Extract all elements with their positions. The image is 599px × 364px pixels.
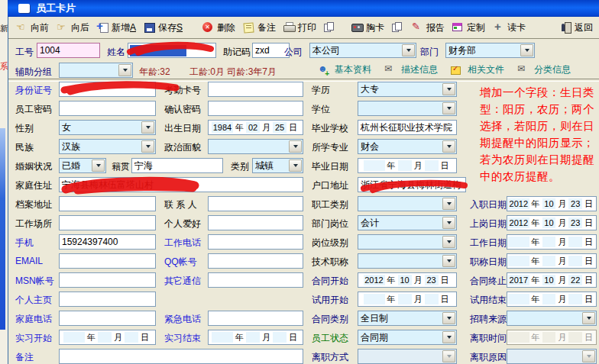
window-title: 员工卡片 [36,2,76,15]
field-contact_person[interactable] [208,196,303,211]
field-onboard_date[interactable]: 2012年10月23日 [507,215,597,230]
field-work_date[interactable]: 年月日 [507,234,597,250]
field-ethnicity[interactable]: 汉族 [59,139,156,154]
toolbar-print-button[interactable]: 打印 [280,20,319,36]
field-att_card[interactable] [208,82,303,97]
toolbar-print-preview-button[interactable] [321,21,339,34]
dropdown-arrow-button[interactable] [442,140,455,153]
field-contract_type[interactable]: 全日制 [358,311,457,326]
dropdown-arrow-button[interactable] [520,44,533,56]
field-trial_end[interactable]: 年月日 [507,292,597,307]
toolbar-read-card-button[interactable]: 读卡 [490,20,529,36]
field-emp_status[interactable]: 合同期 [358,330,457,345]
field-contract_start[interactable]: 2012年10月23日 [358,272,457,288]
field-marital[interactable]: 已婚 [59,158,106,173]
dropdown-arrow-button[interactable] [442,198,455,210]
field-post_level[interactable] [358,234,457,250]
dropdown-arrow-button[interactable] [442,331,455,343]
field-name[interactable] [128,43,216,58]
field-hobby[interactable] [208,215,303,230]
field-home_addr[interactable]: 宁海县梅林伍富塔山村 [59,177,303,192]
date-day-slot: 25 [273,122,287,133]
field-mnemonic_code-value: zxd [255,45,270,56]
dropdown-arrow-button[interactable] [402,44,415,56]
field-email[interactable] [59,253,156,269]
field-title_date[interactable]: 年月日 [507,253,597,269]
dropdown-arrow-button[interactable] [118,64,131,76]
field-major[interactable]: 财会 [358,139,457,154]
field-intern_start[interactable]: 年月日 [59,330,156,345]
label-qq: QQ帐号 [164,256,197,269]
dropdown-arrow-button[interactable] [442,236,455,248]
field-department[interactable]: 财务部 [445,43,535,58]
field-notes[interactable] [59,349,303,364]
field-tech_title[interactable] [358,253,457,269]
dropdown-arrow-button[interactable] [442,217,455,229]
toolbar-note-button[interactable]: 备注 [240,20,279,36]
field-degree[interactable] [358,101,457,116]
dropdown-arrow-button[interactable] [141,140,154,153]
field-hire_date[interactable]: 2012年10月23日 [507,196,597,211]
toolbar-report-button[interactable]: 报告 [409,20,448,36]
dropdown-arrow-button[interactable] [289,159,302,172]
tab-classification-info[interactable]: 分类信息 [516,63,571,76]
dropdown-arrow-button[interactable] [442,312,455,324]
field-grad_date[interactable]: 年月日 [358,158,457,173]
field-education[interactable]: 大专 [358,82,457,97]
toolbar-badge-preview-button[interactable] [389,21,407,34]
toolbar-next-record-button[interactable]: 向后 [53,20,92,36]
field-homepage[interactable] [59,292,156,307]
field-password[interactable] [59,101,156,116]
report-icon [412,22,424,33]
dropdown-arrow-button[interactable] [442,102,455,114]
field-emergency_tel[interactable] [208,311,303,326]
toolbar-badge-button[interactable]: 胸卡 [348,20,387,36]
dropdown-arrow-button[interactable] [289,140,302,153]
field-workplace[interactable] [59,215,156,230]
field-trial_start[interactable]: 年月日 [358,292,457,307]
field-worker_cat[interactable] [358,196,457,211]
toolbar-add-mnemonic: A [130,22,136,33]
window-icon [18,4,30,13]
field-mobile[interactable]: 15924397400 [59,234,156,250]
field-school[interactable]: 杭州长征职业技术学院 [358,120,457,135]
toolbar-customize-button[interactable]: 定制 [449,20,488,36]
toolbar-delete-label: 删除 [217,21,235,34]
field-contract_end[interactable]: 2017年10月22日 [507,272,597,288]
field-id_card[interactable] [59,82,156,97]
field-company[interactable]: 本公司 [309,43,416,58]
dropdown-arrow-button[interactable] [442,255,455,267]
field-msn[interactable] [59,272,156,288]
toolbar-prev-record-button[interactable]: 向前 [13,20,52,36]
field-recruit_source[interactable] [507,311,597,326]
toolbar-save-label: 保存 [158,21,176,34]
dropdown-arrow-button[interactable] [141,121,154,134]
field-emp_no[interactable]: 1004 [37,43,100,58]
field-politics[interactable] [208,139,303,154]
dropdown-arrow-button[interactable] [582,312,595,324]
field-hukou_addr[interactable]: 浙江省宁海县梅林街道梅 [358,177,466,192]
field-intern_end[interactable]: 年月日 [208,330,303,345]
toolbar-delete-button[interactable]: 删除 [199,20,238,36]
field-password2[interactable] [208,101,303,116]
field-qq[interactable] [208,253,303,269]
field-home_tel[interactable] [59,311,156,326]
dropdown-arrow-button[interactable] [92,159,105,172]
dropdown-arrow-button[interactable] [442,83,455,95]
tab-basic-info[interactable]: 基本资料 [317,63,371,76]
field-work_tel[interactable] [208,234,303,250]
field-aux_group[interactable] [59,63,133,78]
field-archive_addr[interactable] [59,196,156,211]
toolbar-return-button[interactable]: 返回 [557,20,594,36]
field-native_place[interactable]: 宁海 [131,158,223,173]
toolbar-add-button[interactable]: 新增A [94,20,139,36]
toolbar-save-button[interactable]: 保存S [141,20,186,36]
field-other_comm[interactable] [208,272,303,288]
field-birth_date[interactable]: 1984年02月25日 [208,120,303,135]
tab-description-info[interactable]: 描述信息 [384,63,438,76]
field-gender[interactable]: 女 [59,120,156,135]
field-category[interactable]: 城镇 [252,158,303,173]
field-dept_post[interactable]: 会计 [358,215,457,230]
tab-related-files[interactable]: 相关文件 [450,63,504,76]
date-year-slot: 2012 [508,217,529,228]
